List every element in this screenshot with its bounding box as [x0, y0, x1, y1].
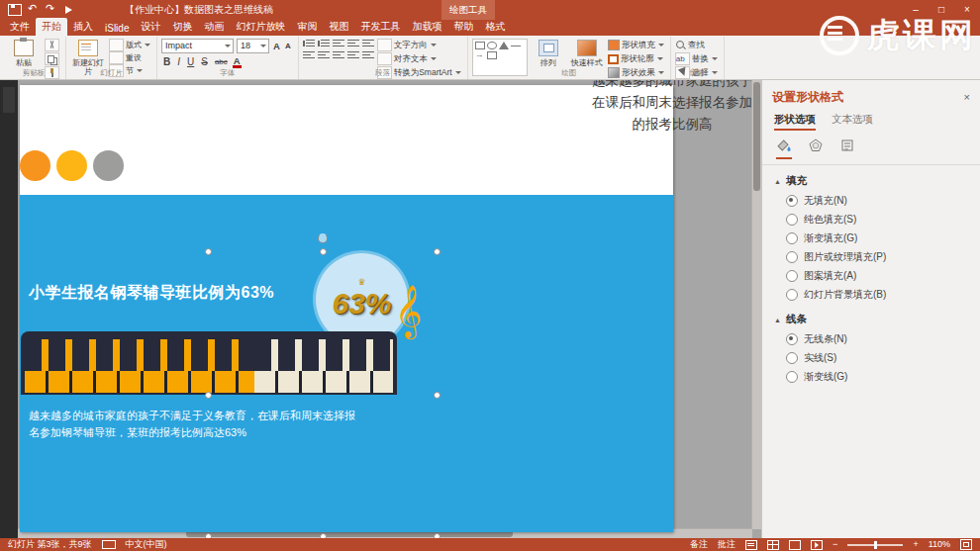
- ellipse-shape-icon[interactable]: [487, 42, 497, 49]
- zoom-slider-knob[interactable]: [874, 541, 877, 549]
- font-size-combobox[interactable]: 18: [237, 39, 269, 53]
- panel-tab-shape-options[interactable]: 形状选项: [774, 113, 816, 131]
- tab-view[interactable]: 视图: [323, 18, 354, 36]
- decorative-circle-gray[interactable]: [93, 150, 124, 181]
- treble-clef-icon[interactable]: 𝄞: [395, 288, 422, 333]
- line-option-solid[interactable]: 实线(S): [762, 348, 980, 367]
- justify-icon[interactable]: [347, 50, 359, 60]
- slide-headline[interactable]: 小学生报名钢琴辅导班比例为63%: [29, 283, 274, 304]
- decorative-circle-orange[interactable]: [20, 150, 50, 181]
- slide-thumbnail-pane[interactable]: [0, 79, 18, 538]
- cut-icon[interactable]: [45, 39, 59, 51]
- radio-icon[interactable]: [786, 352, 798, 364]
- reading-view-icon[interactable]: [789, 540, 801, 550]
- reset-button[interactable]: 重设: [109, 51, 150, 63]
- size-properties-icon[interactable]: [839, 138, 855, 159]
- align-text-button[interactable]: 对齐文本: [377, 52, 461, 65]
- align-left-icon[interactable]: [303, 50, 315, 60]
- vertical-scrollbar[interactable]: [751, 79, 761, 529]
- radio-icon[interactable]: [786, 289, 798, 301]
- increase-indent-icon[interactable]: [347, 39, 359, 48]
- shape-fill-button[interactable]: 形状填充: [608, 39, 664, 51]
- tab-format[interactable]: 格式: [479, 18, 511, 36]
- clear-formatting-button[interactable]: abc: [213, 55, 230, 68]
- line-option-none[interactable]: 无线条(N): [762, 329, 980, 348]
- bullets-icon[interactable]: [303, 39, 315, 48]
- arrange-button[interactable]: 排列: [531, 39, 566, 67]
- numbering-icon[interactable]: [318, 39, 330, 48]
- slide[interactable]: 小学生报名钢琴辅导班比例为63% ♛ 63% 𝄞 越来越多的城市家庭的孩子不满足…: [20, 85, 673, 532]
- redo-icon[interactable]: [46, 5, 57, 15]
- decrease-font-icon[interactable]: [284, 42, 292, 50]
- tab-transitions[interactable]: 切换: [166, 18, 198, 36]
- tab-islide[interactable]: iSlide: [99, 21, 135, 36]
- replace-button[interactable]: 替换: [675, 52, 718, 65]
- zoom-in-button[interactable]: +: [913, 538, 918, 551]
- notes-toggle[interactable]: 备注: [690, 538, 708, 551]
- font-family-combobox[interactable]: Impact: [161, 39, 234, 53]
- slide-body-textbox[interactable]: 越来越多的城市家庭的孩子不满足于义务教育，在课后和周末选择报 名参加钢琴辅导班，…: [29, 408, 409, 441]
- tab-design[interactable]: 设计: [135, 18, 166, 36]
- undo-icon[interactable]: [28, 5, 40, 15]
- tab-slideshow[interactable]: 幻灯片放映: [230, 18, 291, 36]
- zoom-level[interactable]: 110%: [929, 538, 950, 551]
- maximize-button[interactable]: □: [929, 0, 954, 20]
- radio-icon[interactable]: [786, 232, 798, 244]
- rectangle-shape-icon[interactable]: [475, 42, 485, 49]
- line-section-header[interactable]: ▲线条: [762, 304, 980, 329]
- normal-view-icon[interactable]: [745, 540, 757, 550]
- fill-option-background[interactable]: 幻灯片背景填充(B): [762, 285, 980, 304]
- radio-icon[interactable]: [786, 371, 798, 383]
- layout-button[interactable]: 版式: [109, 39, 150, 50]
- zoom-slider[interactable]: [847, 544, 903, 546]
- start-slideshow-icon[interactable]: [63, 5, 75, 15]
- effects-icon[interactable]: [808, 138, 824, 159]
- tab-developer[interactable]: 开发工具: [354, 18, 406, 36]
- slide-sorter-icon[interactable]: [767, 540, 779, 550]
- line-option-gradient[interactable]: 渐变线(G): [762, 367, 980, 386]
- slideshow-view-icon[interactable]: [811, 540, 823, 550]
- line-shape-icon[interactable]: [511, 46, 521, 46]
- overflow-textbox[interactable]: 越来越多的城市家庭的孩子 在课后和周末选择报名参加 的报考比例高: [568, 79, 761, 136]
- radio-icon[interactable]: [786, 251, 798, 263]
- strikethrough-button[interactable]: S: [199, 55, 210, 68]
- radio-icon[interactable]: [786, 333, 798, 345]
- text-direction-button[interactable]: 文字方向: [377, 39, 461, 51]
- fill-line-icon[interactable]: [776, 138, 792, 159]
- close-button[interactable]: ×: [954, 0, 980, 20]
- fill-option-solid[interactable]: 纯色填充(S): [762, 210, 980, 229]
- quick-styles-button[interactable]: 快速样式: [569, 39, 605, 67]
- fill-option-picture[interactable]: 图片或纹理填充(P): [762, 247, 980, 266]
- radio-icon[interactable]: [786, 214, 798, 226]
- radio-icon[interactable]: [786, 270, 798, 282]
- tab-addins[interactable]: 加载项: [406, 18, 447, 36]
- tab-file[interactable]: 文件: [4, 18, 36, 36]
- underline-button[interactable]: U: [185, 55, 196, 68]
- arrow-shape-icon[interactable]: [475, 51, 485, 59]
- shape-outline-button[interactable]: 形状轮廓: [608, 52, 664, 65]
- font-color-button[interactable]: [233, 56, 242, 68]
- bold-button[interactable]: B: [161, 55, 172, 68]
- fill-option-gradient[interactable]: 渐变填充(G): [762, 229, 980, 247]
- comments-toggle[interactable]: 批注: [718, 538, 735, 551]
- decrease-indent-icon[interactable]: [333, 39, 344, 48]
- piano-illustration[interactable]: [21, 331, 397, 395]
- increase-font-icon[interactable]: [272, 42, 281, 50]
- decorative-circle-yellow[interactable]: [56, 150, 87, 181]
- tab-animations[interactable]: 动画: [198, 18, 230, 36]
- tab-insert[interactable]: 插入: [67, 18, 99, 36]
- fill-option-pattern[interactable]: 图案填充(A): [762, 266, 980, 285]
- minimize-button[interactable]: –: [903, 0, 929, 20]
- triangle-shape-icon[interactable]: [499, 42, 509, 49]
- fill-option-none[interactable]: 无填充(N): [762, 191, 980, 210]
- radio-icon[interactable]: [786, 195, 798, 207]
- find-button[interactable]: 查找: [675, 39, 718, 51]
- align-right-icon[interactable]: [333, 50, 344, 60]
- language-indicator[interactable]: 中文(中国): [126, 538, 167, 551]
- panel-tab-text-options[interactable]: 文本选项: [832, 113, 873, 131]
- italic-button[interactable]: I: [175, 55, 182, 68]
- align-center-icon[interactable]: [318, 50, 330, 60]
- tab-help[interactable]: 帮助: [447, 18, 479, 36]
- panel-close-icon[interactable]: ×: [964, 92, 970, 103]
- columns-icon[interactable]: [362, 50, 374, 60]
